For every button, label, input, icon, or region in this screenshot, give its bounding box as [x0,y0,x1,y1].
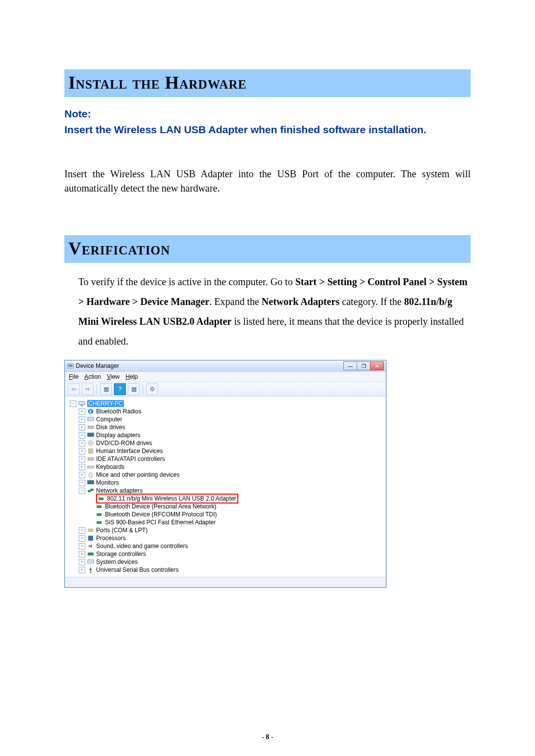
sound-icon [87,543,94,550]
highlighted-adapter: 802.11 n/b/g Mini Wireless LAN USB 2.0 A… [96,494,238,504]
tree-item[interactable]: +Universal Serial Bus controllers [79,566,386,574]
tree-item[interactable]: +DVD/CD-ROM drives [79,439,386,447]
menu-help[interactable]: Help [126,373,138,380]
tree-item[interactable]: +Mice and other pointing devices [79,471,386,479]
page: Install the Hardware Note: Insert the Wi… [0,0,535,756]
note-label: Note: [64,106,471,122]
tree-item[interactable]: +Processors [79,534,386,542]
verify-paragraph: To verify if the device is active in the… [78,272,471,351]
expand-icon[interactable]: + [79,424,85,431]
item-label: Human Interface Devices [96,448,163,454]
expand-icon[interactable]: + [79,551,85,557]
expand-icon[interactable]: + [79,480,85,486]
separator [143,384,143,394]
page-number: - 8 - [0,733,535,741]
svg-rect-23 [88,553,94,555]
computer-icon [78,400,85,407]
tree-root[interactable]: − CHERRY-PC [70,400,386,407]
tree-item[interactable]: Bluetooth Device (RFCOMM Protocol TDI) [88,510,386,518]
svg-point-25 [90,572,92,573]
svg-rect-3 [80,405,83,406]
expand-icon[interactable]: + [79,472,85,478]
item-label: Mice and other pointing devices [96,471,180,478]
item-label: Universal Serial Bus controllers [96,566,179,573]
toolbar-button[interactable]: ▦ [128,383,140,395]
svg-rect-14 [88,481,94,484]
item-label: Sound, video and game controllers [96,543,188,550]
expand-icon[interactable]: + [79,535,85,542]
tree-item[interactable]: +Bluetooth Radios [79,407,386,415]
svg-rect-7 [88,433,94,437]
disk-icon [87,424,94,431]
forward-button[interactable]: ⇨ [82,383,94,395]
svg-rect-16 [91,489,93,491]
tree-item[interactable]: +Ports (COM & LPT) [79,526,386,534]
tree-item[interactable]: +Human Interface Devices [79,447,386,455]
monitor-icon [87,479,94,486]
svg-point-13 [89,473,93,478]
svg-rect-5 [88,417,94,421]
tree-item[interactable]: +Computer [79,415,386,423]
toolbar-button[interactable]: ▦ [100,383,112,395]
svg-rect-19 [97,513,102,515]
verify-a: To verify if the device is active in the… [78,276,295,287]
tree-item-adapter-highlighted[interactable]: 802.11 n/b/g Mini Wireless LAN USB 2.0 A… [88,495,386,503]
menu-action[interactable]: Action [84,373,101,380]
tree-item[interactable]: +Keyboards [79,463,386,471]
minimize-button[interactable]: — [343,361,357,370]
item-label: Computer [96,416,122,423]
maximize-button[interactable]: ❐ [357,361,371,370]
svg-rect-21 [89,529,93,531]
computer-icon [87,416,94,423]
svg-rect-24 [88,560,94,563]
note-block: Note: Insert the Wireless LAN USB Adapte… [64,106,471,137]
tree-item[interactable]: +Monitors [79,479,386,487]
tree-item[interactable]: SiS 900-Based PCI Fast Ethernet Adapter [88,518,386,526]
expand-icon[interactable]: + [79,527,85,534]
titlebar[interactable]: Device Manager — ❐ ✕ [65,360,386,372]
tree-item[interactable]: +System devices [79,558,386,566]
item-label: Monitors [96,479,119,486]
item-label: Disk drives [96,424,125,431]
dvd-icon [87,440,94,447]
collapse-icon[interactable]: − [79,488,85,494]
expand-icon[interactable]: + [79,432,85,439]
expand-icon[interactable]: + [79,416,85,423]
network-adapter-icon [96,511,103,518]
verify-e: category. If the [339,296,404,307]
expand-icon[interactable]: + [79,464,85,470]
tree-item[interactable]: +Sound, video and game controllers [79,542,386,550]
item-label: Network adapters [96,487,143,494]
expand-icon[interactable]: + [79,448,85,454]
network-adapter-icon [98,495,105,502]
close-button[interactable]: ✕ [370,361,384,370]
svg-rect-15 [88,490,91,492]
expand-icon[interactable]: + [79,543,85,550]
app-icon [67,362,74,369]
expand-icon[interactable]: + [79,408,85,415]
tree-item[interactable]: +IDE ATA/ATAPI controllers [79,455,386,463]
item-label: Ports (COM & LPT) [96,527,148,534]
back-button[interactable]: ⇦ [68,383,80,395]
item-label: Processors [96,535,126,542]
tree-item[interactable]: +Storage controllers [79,550,386,558]
menu-file[interactable]: File [69,373,78,380]
ports-icon [87,527,94,534]
device-tree[interactable]: − CHERRY-PC +Bluetooth Radios +Computer … [65,397,386,577]
expand-icon[interactable]: + [79,567,85,573]
item-label: DVD/CD-ROM drives [96,440,152,447]
window-controls: — ❐ ✕ [344,361,384,370]
device-manager-window: Device Manager — ❐ ✕ File Action View He… [64,360,386,588]
expand-icon[interactable]: + [79,559,85,565]
scan-button[interactable]: ⚙ [146,383,158,395]
menu-view[interactable]: View [107,373,120,380]
help-button[interactable]: ? [114,383,126,395]
tree-item[interactable]: Bluetooth Device (Personal Area Network) [88,503,386,510]
collapse-icon[interactable]: − [70,401,76,407]
verify-c: . Expand the [210,296,262,307]
tree-item[interactable]: +Disk drives [79,423,386,431]
expand-icon[interactable]: + [79,440,85,447]
tree-item[interactable]: +Display adapters [79,431,386,439]
svg-rect-20 [97,521,102,523]
expand-icon[interactable]: + [79,456,85,462]
